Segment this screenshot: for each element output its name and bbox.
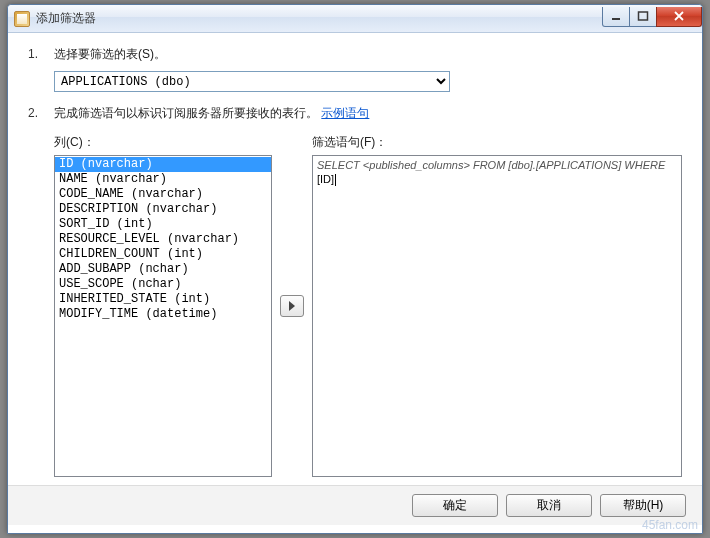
- columns-panel: 列(C)： ID (nvarchar)NAME (nvarchar)CODE_N…: [54, 134, 272, 477]
- dialog-window: 添加筛选器 1. 选择要筛选的表(S)。 APPLICATIONS (dbo) …: [7, 4, 703, 534]
- window-controls: [603, 7, 702, 27]
- list-item[interactable]: DESCRIPTION (nvarchar): [55, 202, 271, 217]
- filter-italic: SELECT <published_columns> FROM [dbo].[A…: [317, 159, 665, 171]
- app-icon: [14, 11, 30, 27]
- client-area: 1. 选择要筛选的表(S)。 APPLICATIONS (dbo) 2. 完成筛…: [8, 33, 702, 533]
- filter-label: 筛选语句(F)：: [312, 134, 682, 151]
- list-item[interactable]: ID (nvarchar): [55, 157, 271, 172]
- step1-number: 1.: [28, 45, 54, 63]
- table-select[interactable]: APPLICATIONS (dbo): [54, 71, 450, 92]
- step2-number: 2.: [28, 104, 54, 122]
- svg-rect-1: [639, 12, 648, 20]
- step2: 2. 完成筛选语句以标识订阅服务器所要接收的表行。 示例语句: [28, 104, 682, 122]
- filter-panel: 筛选语句(F)： SELECT <published_columns> FROM…: [312, 134, 682, 477]
- close-button[interactable]: [656, 7, 702, 27]
- example-link[interactable]: 示例语句: [321, 106, 369, 120]
- add-column-button[interactable]: [280, 295, 304, 317]
- svg-rect-0: [612, 18, 620, 20]
- step1: 1. 选择要筛选的表(S)。: [28, 45, 682, 63]
- list-item[interactable]: INHERITED_STATE (int): [55, 292, 271, 307]
- minimize-button[interactable]: [602, 7, 630, 27]
- columns-label: 列(C)：: [54, 134, 272, 151]
- filter-normal: [ID]: [317, 173, 334, 185]
- cancel-button[interactable]: 取消: [506, 494, 592, 517]
- list-item[interactable]: MODIFY_TIME (datetime): [55, 307, 271, 322]
- columns-area: 列(C)： ID (nvarchar)NAME (nvarchar)CODE_N…: [28, 134, 682, 477]
- step1-text: 选择要筛选的表(S)。: [54, 45, 682, 63]
- list-item[interactable]: USE_SCOPE (nchar): [55, 277, 271, 292]
- titlebar[interactable]: 添加筛选器: [8, 5, 702, 33]
- list-item[interactable]: RESOURCE_LEVEL (nvarchar): [55, 232, 271, 247]
- ok-button[interactable]: 确定: [412, 494, 498, 517]
- list-item[interactable]: NAME (nvarchar): [55, 172, 271, 187]
- list-item[interactable]: ADD_SUBAPP (nchar): [55, 262, 271, 277]
- list-item[interactable]: SORT_ID (int): [55, 217, 271, 232]
- list-item[interactable]: CHILDREN_COUNT (int): [55, 247, 271, 262]
- filter-textarea[interactable]: SELECT <published_columns> FROM [dbo].[A…: [312, 155, 682, 477]
- step2-text: 完成筛选语句以标识订阅服务器所要接收的表行。 示例语句: [54, 104, 682, 122]
- columns-listbox[interactable]: ID (nvarchar)NAME (nvarchar)CODE_NAME (n…: [54, 155, 272, 477]
- step2-prefix: 完成筛选语句以标识订阅服务器所要接收的表行。: [54, 106, 318, 120]
- window-title: 添加筛选器: [36, 10, 603, 27]
- maximize-button[interactable]: [629, 7, 657, 27]
- list-item[interactable]: CODE_NAME (nvarchar): [55, 187, 271, 202]
- help-button[interactable]: 帮助(H): [600, 494, 686, 517]
- dialog-buttons: 确定 取消 帮助(H): [8, 485, 702, 525]
- text-cursor: [335, 174, 336, 186]
